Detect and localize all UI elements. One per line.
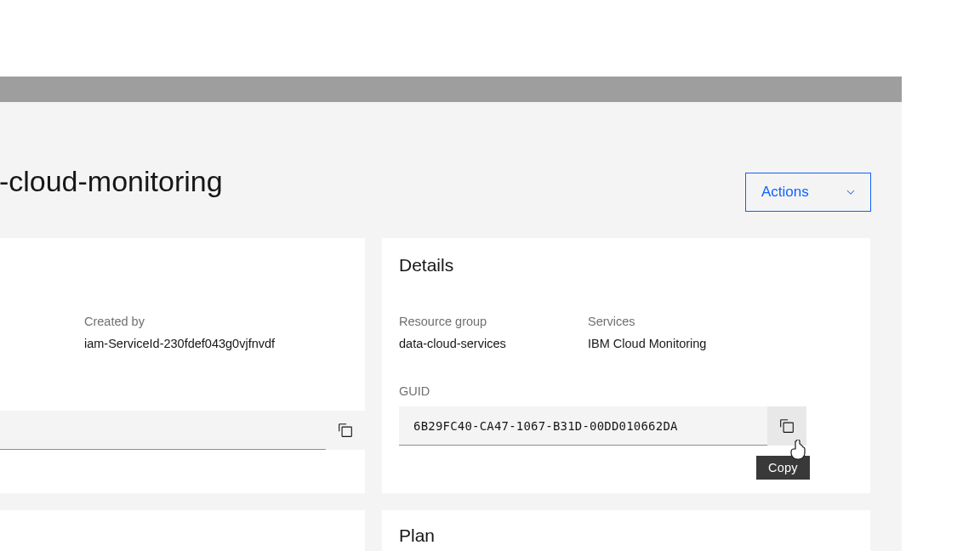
summary-truncated-value: ring: [0, 315, 68, 328]
guid-value: 6B29FC40-CA47-1067-B31D-00DD010662DA: [399, 419, 678, 433]
copy-icon: [779, 418, 795, 434]
content-area: a-cloud-monitoring Actions ring Created …: [0, 150, 902, 551]
guid-field: 6B29FC40-CA47-1067-B31D-00DD010662DA: [399, 406, 806, 446]
resource-group-block: Resource group data-cloud-services: [399, 315, 569, 350]
services-label: Services: [588, 315, 826, 328]
crn-field: [0, 411, 365, 450]
created-by-label: Created by: [84, 315, 356, 328]
actions-label: Actions: [761, 184, 809, 201]
created-by-block: Created by iam-ServiceId-230fdef043g0vjf…: [84, 315, 356, 350]
guid-label: GUID: [399, 384, 824, 398]
plan-card: Plan: [382, 510, 870, 551]
services-value: IBM Cloud Monitoring: [588, 337, 826, 350]
summary-left-col: ring: [0, 315, 68, 328]
summary-card: ring Created by iam-ServiceId-230fdef043…: [0, 238, 365, 493]
cards-container: ring Created by iam-ServiceId-230fdef043…: [0, 238, 902, 551]
cursor-pointer-icon: [789, 440, 806, 460]
page-header: a-cloud-monitoring Actions: [0, 150, 902, 238]
guid-block: GUID 6B29FC40-CA47-1067-B31D-00DD010662D…: [399, 384, 824, 446]
actions-dropdown-button[interactable]: Actions: [745, 173, 871, 212]
outer-frame: a-cloud-monitoring Actions ring Created …: [0, 77, 902, 551]
created-by-value: iam-ServiceId-230fdef043g0vjfnvdf: [84, 337, 356, 350]
copy-crn-button[interactable]: [326, 411, 365, 450]
copy-icon: [338, 423, 353, 438]
chevron-down-icon: [845, 186, 857, 198]
viewport: a-cloud-monitoring Actions ring Created …: [0, 0, 980, 551]
lower-left-card: [0, 510, 365, 551]
plan-title: Plan: [382, 510, 870, 546]
services-block: Services IBM Cloud Monitoring: [588, 315, 826, 350]
details-card: Details Resource group data-cloud-servic…: [382, 238, 870, 493]
details-title: Details: [382, 238, 870, 276]
resource-group-value: data-cloud-services: [399, 337, 569, 350]
page-title: a-cloud-monitoring: [0, 165, 223, 198]
resource-group-label: Resource group: [399, 315, 569, 328]
